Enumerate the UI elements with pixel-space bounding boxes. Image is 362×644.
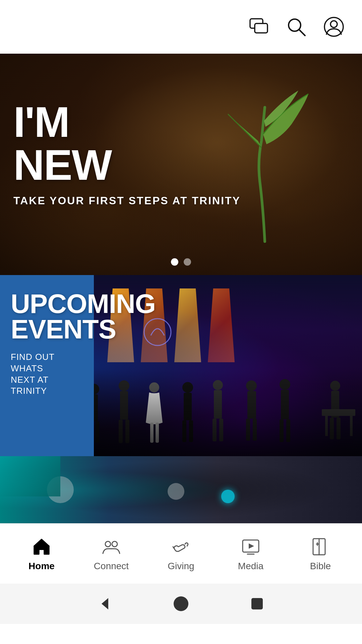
svg-rect-1 bbox=[255, 23, 267, 33]
carousel-dot-1[interactable] bbox=[171, 258, 178, 266]
cyan-orb bbox=[221, 490, 235, 503]
teal-region bbox=[0, 456, 60, 496]
hero-banner[interactable]: I'M NEW TAKE YOUR FIRST STEPS AT TRINITY bbox=[0, 54, 362, 275]
profile-icon-button[interactable] bbox=[322, 15, 346, 39]
svg-marker-50 bbox=[102, 598, 108, 609]
svg-point-41 bbox=[105, 541, 111, 547]
hero-text-block: I'M NEW TAKE YOUR FIRST STEPS AT TRINITY bbox=[13, 101, 241, 207]
chat-icon-button[interactable] bbox=[247, 15, 271, 39]
svg-line-3 bbox=[299, 30, 305, 36]
svg-point-5 bbox=[330, 21, 337, 28]
nav-label-giving: Giving bbox=[168, 561, 194, 572]
nav-label-connect: Connect bbox=[94, 561, 129, 572]
events-text-overlay: UPCOMING EVENTS FIND OUT WHATS NEXT AT T… bbox=[0, 275, 94, 456]
bible-icon bbox=[310, 536, 331, 557]
home-icon bbox=[31, 536, 52, 557]
events-section[interactable]: UPCOMING EVENTS FIND OUT WHATS NEXT AT T… bbox=[0, 275, 362, 456]
system-recents-button[interactable] bbox=[247, 594, 267, 614]
nav-label-bible: Bible bbox=[310, 561, 331, 572]
app-header bbox=[0, 0, 362, 54]
svg-point-51 bbox=[174, 596, 188, 611]
svg-rect-52 bbox=[251, 598, 263, 609]
hero-title: I'M NEW bbox=[13, 101, 241, 186]
hero-carousel-dots bbox=[171, 258, 191, 266]
nav-item-bible[interactable]: Bible bbox=[294, 536, 347, 572]
nav-item-home[interactable]: Home bbox=[15, 536, 68, 572]
system-home-button[interactable] bbox=[171, 594, 191, 614]
stage-floor bbox=[67, 369, 362, 456]
svg-marker-44 bbox=[249, 543, 254, 549]
connect-icon bbox=[101, 536, 122, 557]
spotlight-2 bbox=[168, 483, 184, 500]
carousel-dot-2[interactable] bbox=[184, 258, 191, 266]
nav-label-media: Media bbox=[238, 561, 263, 572]
stage-logo bbox=[141, 315, 174, 349]
media-icon bbox=[240, 536, 261, 557]
nav-label-home: Home bbox=[28, 561, 55, 572]
system-back-button[interactable] bbox=[95, 594, 115, 614]
hero-subtitle: TAKE YOUR FIRST STEPS AT TRINITY bbox=[13, 195, 241, 207]
events-subtitle: FIND OUT WHATS NEXT AT TRINITY bbox=[11, 352, 83, 397]
system-navigation-bar bbox=[0, 584, 362, 624]
search-icon-button[interactable] bbox=[284, 15, 308, 39]
nav-item-media[interactable]: Media bbox=[224, 536, 278, 572]
bottom-navigation: Home Connect Giving bbox=[0, 523, 362, 584]
nav-item-connect[interactable]: Connect bbox=[84, 536, 138, 572]
giving-icon bbox=[170, 536, 192, 557]
nav-item-giving[interactable]: Giving bbox=[154, 536, 208, 572]
third-image-section bbox=[0, 456, 362, 523]
events-title: UPCOMING EVENTS bbox=[11, 291, 83, 342]
svg-point-42 bbox=[112, 541, 117, 547]
svg-point-6 bbox=[144, 319, 171, 345]
